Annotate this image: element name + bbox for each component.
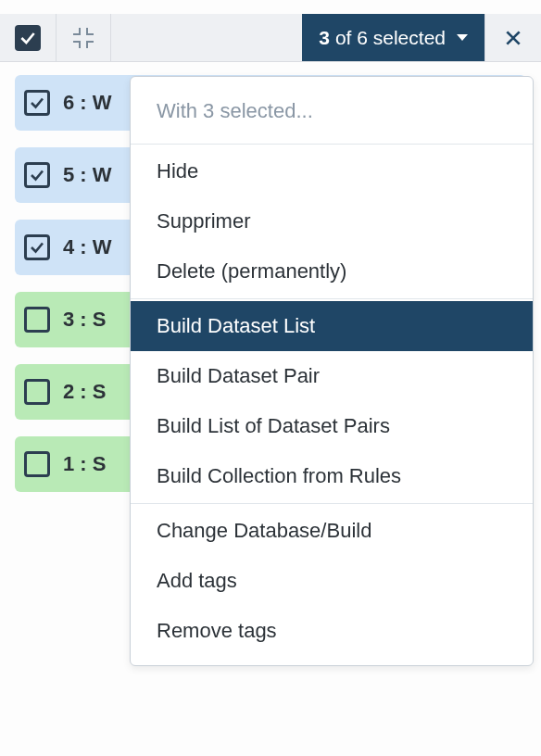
menu-header: With 3 selected... xyxy=(131,77,533,142)
check-icon xyxy=(29,167,45,183)
menu-item[interactable]: Build Dataset List xyxy=(131,301,533,351)
menu-item[interactable]: Add tags xyxy=(131,556,533,606)
selection-actions-menu: With 3 selected... HideSupprimerDelete (… xyxy=(130,76,534,666)
menu-divider xyxy=(131,144,533,145)
caret-down-icon xyxy=(457,34,468,41)
menu-divider xyxy=(131,503,533,504)
checkbox-checked-icon xyxy=(15,25,41,51)
check-icon xyxy=(29,94,45,111)
minimize-icon xyxy=(73,28,94,48)
menu-item[interactable]: Delete (permanently) xyxy=(131,246,533,296)
selection-suffix: of 6 selected xyxy=(335,27,446,49)
toolbar: 3 of 6 selected xyxy=(0,14,541,62)
menu-item[interactable]: Hide xyxy=(131,146,533,196)
history-item-checkbox[interactable] xyxy=(24,451,50,477)
spacer xyxy=(111,14,302,61)
close-icon xyxy=(504,29,522,47)
selection-dropdown-button[interactable]: 3 of 6 selected xyxy=(302,14,485,61)
history-item-checkbox[interactable] xyxy=(24,379,50,405)
history-item-checkbox[interactable] xyxy=(24,90,50,116)
menu-item[interactable]: Build Collection from Rules xyxy=(131,451,533,501)
exit-fullscreen-button[interactable] xyxy=(57,14,111,61)
menu-divider xyxy=(131,298,533,299)
history-item-checkbox[interactable] xyxy=(24,234,50,260)
menu-item[interactable]: Build List of Dataset Pairs xyxy=(131,401,533,451)
menu-item[interactable]: Remove tags xyxy=(131,606,533,656)
menu-item[interactable]: Build Dataset Pair xyxy=(131,351,533,401)
close-selection-button[interactable] xyxy=(485,14,541,61)
select-all-button[interactable] xyxy=(0,14,57,61)
history-item-checkbox[interactable] xyxy=(24,307,50,333)
menu-item[interactable]: Change Database/Build xyxy=(131,506,533,556)
menu-item[interactable]: Supprimer xyxy=(131,196,533,246)
history-item-checkbox[interactable] xyxy=(24,162,50,188)
selection-count: 3 xyxy=(319,27,330,49)
check-icon xyxy=(29,239,45,256)
